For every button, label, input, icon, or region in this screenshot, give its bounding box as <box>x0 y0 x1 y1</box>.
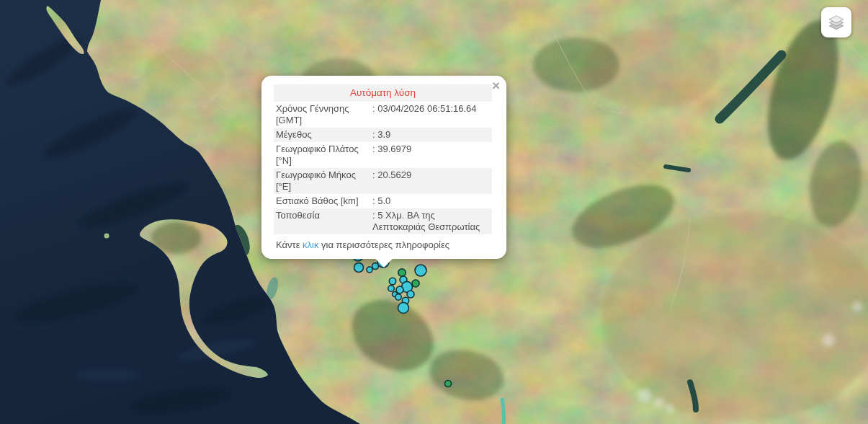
footer-text: Κάντε <box>276 239 303 250</box>
earthquake-marker[interactable] <box>407 291 414 298</box>
table-row: Χρόνος Γέννησης [GMT] : 03/04/2026 06:51… <box>274 102 492 128</box>
earthquake-marker[interactable] <box>396 286 403 293</box>
table-row: Μέγεθος : 3.9 <box>274 128 492 142</box>
row-label: Χρόνος Γέννησης [GMT] <box>276 103 372 126</box>
row-value: : 39.6979 <box>372 143 488 167</box>
row-value: : 5.0 <box>372 195 488 207</box>
layers-control-button[interactable] <box>821 7 851 37</box>
earthquake-popup: × Αυτόματη λύση Χρόνος Γέννησης [GMT] : … <box>261 76 506 259</box>
earthquake-marker[interactable] <box>395 294 401 300</box>
earthquake-marker[interactable] <box>367 267 372 273</box>
earthquake-marker[interactable] <box>398 303 409 314</box>
row-label: Μέγεθος <box>276 129 372 141</box>
table-row: Τοποθεσία : 5 Χλμ. ΒΑ της Λεπτοκαριάς Θε… <box>274 208 492 234</box>
table-row: Εστιακό Βάθος [km] : 5.0 <box>274 194 492 208</box>
popup-title: Αυτόματη λύση <box>274 84 492 102</box>
row-label: Εστιακό Βάθος [km] <box>276 195 372 207</box>
row-label: Τοποθεσία <box>276 210 372 233</box>
row-value: : 20.5629 <box>372 169 488 193</box>
row-label: Γεωγραφικό Πλάτος [°N] <box>276 143 372 167</box>
earthquake-marker[interactable] <box>445 381 452 387</box>
row-value: : 03/04/2026 06:51:16.64 <box>372 103 488 126</box>
earthquake-marker[interactable] <box>388 286 395 292</box>
popup-close-button[interactable]: × <box>492 79 500 92</box>
table-row: Γεωγραφικό Πλάτος [°N] : 39.6979 <box>274 142 492 168</box>
row-value: : 5 Χλμ. ΒΑ της Λεπτοκαριάς Θεσπρωτίας <box>372 210 488 233</box>
earthquake-marker[interactable] <box>412 280 419 287</box>
earthquake-marker[interactable] <box>415 265 426 276</box>
layers-icon <box>826 12 847 33</box>
popup-content: Αυτόματη λύση Χρόνος Γέννησης [GMT] : 03… <box>274 84 492 252</box>
map-canvas[interactable]: × Αυτόματη λύση Χρόνος Γέννησης [GMT] : … <box>0 0 868 424</box>
table-row: Γεωγραφικό Μήκος [°E] : 20.5629 <box>274 168 492 194</box>
earthquake-marker[interactable] <box>398 269 406 277</box>
more-info-link[interactable]: κλικ <box>303 239 318 250</box>
earthquake-marker[interactable] <box>354 263 364 273</box>
earthquake-marker[interactable] <box>389 278 395 284</box>
row-value: : 3.9 <box>372 129 488 141</box>
row-label: Γεωγραφικό Μήκος [°E] <box>276 169 372 193</box>
